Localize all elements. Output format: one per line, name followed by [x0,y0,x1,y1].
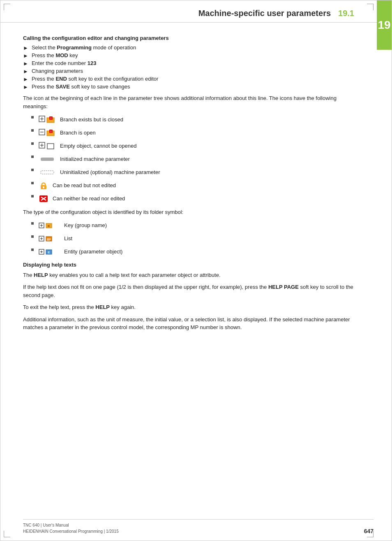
bullet-4-text: Changing parameters [32,68,83,74]
bullet-5: ► Press the END soft key to exit the con… [23,76,354,82]
icon-row-initialized: Initialized machine parameter [23,155,354,164]
icon-row-uninitialized: Uninitialized (optional) machine paramet… [23,168,354,177]
help-para-4: Additional information, such as the unit… [23,316,354,332]
bullet-dot-5 [31,169,34,171]
icon-label-entity: Entity (parameter object) [64,248,122,255]
icon-no-access [39,194,48,203]
help-para-3: To exit the help text, press the HELP ke… [23,303,354,311]
corner-mark-bottom-left [4,531,10,537]
icon-label-initialized: Initialized machine parameter [60,156,130,163]
main-content: Calling the configuration editor and cha… [0,23,377,344]
help-para-1: The HELP key enables you to call a help … [23,271,354,279]
page-header: Machine-specific user parameters 19.1 [0,0,377,23]
page-footer: TNC 640 | User's Manual HEIDENHAIN Conve… [23,519,374,534]
icon-row-read-only: Can be read but not edited [23,181,354,190]
bold-123: 123 [88,60,97,66]
icon-label-branch-open: Branch is open [60,129,96,137]
chapter-number: 19 [378,19,390,32]
svg-text:E: E [48,251,50,254]
arrow-icon-2: ► [23,52,28,59]
bullet-2-text: Press the MOD key [32,52,78,58]
page-container: 19 Machine-specific user parameters 19.1… [0,0,392,541]
icon-entity: E [39,248,60,257]
icon-row-entity: E Entity (parameter object) [23,248,354,257]
icon-label-uninitialized: Uninitialized (optional) machine paramet… [60,169,160,176]
bullet-2: ► Press the MOD key [23,52,354,59]
folder-legend: K Key (group name) [23,221,354,257]
bullet-dot-1 [31,116,34,118]
svg-text:K: K [48,224,50,228]
bullet-3: ► Enter the code number 123 [23,60,354,67]
bullet-dot-4 [31,156,34,158]
icon-row-branch-open: ! Branch is open [23,128,354,137]
calling-bullets: ► Select the Programming mode of operati… [23,44,354,90]
bullet-dot-3 [31,142,34,145]
svg-rect-21 [43,187,44,188]
icon-uninitialized [39,168,56,177]
footer-page-number: 647 [364,528,374,534]
corner-mark-top-right [367,4,374,10]
icon-label-read-only: Can be read but not edited [53,182,116,189]
bold-help-1: HELP [34,272,48,278]
icon-label-branch-closed: Branch exists but is closed [60,116,123,123]
icon-row-empty-object: Empty object, cannot be opened [23,142,354,151]
help-para-2: If the help text does not fit on one pag… [23,283,354,299]
svg-text:!: ! [51,130,52,133]
arrow-icon-5: ► [23,76,28,82]
bold-help-3: HELP [95,304,110,310]
icon-legend: ! Branch exists but is closed [23,115,354,203]
svg-text:!: ! [51,116,52,120]
icon-empty-object [39,142,56,151]
bullet-3-text: Enter the code number 123 [32,60,97,66]
help-section-title: Displaying help texts [23,262,354,268]
bullet-dot-f2 [31,235,34,238]
icon-row-key-group: K Key (group name) [23,221,354,230]
arrow-icon-3: ► [23,60,28,67]
icon-row-no-access: Can neither be read nor edited [23,194,354,203]
icon-label-no-access: Can neither be read nor edited [53,195,125,202]
icon-row-list: List [23,235,354,244]
header-section: 19.1 [338,9,354,18]
svg-rect-16 [47,144,54,149]
bullet-dot-f3 [31,248,34,251]
folder-intro-text: The type of the configuration object is … [23,208,354,216]
svg-rect-17 [41,158,54,161]
bullet-6-text: Press the SAVE soft key to save changes [32,84,130,90]
icon-label-key-group: Key (group name) [64,222,107,229]
icon-list [39,235,60,244]
icon-row-branch-closed: ! Branch exists but is closed [23,115,354,124]
bullet-4: ► Changing parameters [23,68,354,74]
icon-read-only [39,181,48,190]
arrow-icon-4: ► [23,68,28,74]
bullet-dot-f1 [31,222,34,225]
bold-mod: MOD [55,52,68,58]
icon-branch-open: ! [39,128,56,137]
footer-left: TNC 640 | User's Manual HEIDENHAIN Conve… [23,522,119,534]
icon-label-list: List [64,235,72,242]
arrow-icon-6: ► [23,84,28,90]
bullet-dot-2 [31,129,34,132]
corner-mark-top-left [4,4,10,10]
bullet-dot-6 [31,182,34,184]
bullet-dot-7 [31,195,34,197]
footer-line-2: HEIDENHAIN Conversational Programming | … [23,528,119,534]
calling-section-title: Calling the configuration editor and cha… [23,35,354,41]
bold-save: SAVE [55,84,69,90]
header-title: Machine-specific user parameters [198,9,331,18]
svg-rect-18 [41,171,54,174]
icon-intro-text: The icon at the beginning of each line i… [23,94,354,110]
bold-programming: Programming [57,44,92,51]
icon-branch-closed: ! [39,115,56,124]
footer-line-1: TNC 640 | User's Manual [23,522,119,528]
arrow-icon-1: ► [23,44,28,51]
bold-end: END [55,76,67,82]
bullet-1: ► Select the Programming mode of operati… [23,44,354,51]
bullet-6: ► Press the SAVE soft key to save change… [23,84,354,90]
icon-label-empty-object: Empty object, cannot be opened [60,142,136,150]
icon-initialized [39,155,56,164]
bold-help-page: HELP PAGE [268,284,299,290]
chapter-tab: 19 [377,0,392,50]
bullet-1-text: Select the Programming mode of operation [32,44,136,51]
icon-key-group: K [39,221,60,230]
bullet-5-text: Press the END soft key to exit the confi… [32,76,159,82]
